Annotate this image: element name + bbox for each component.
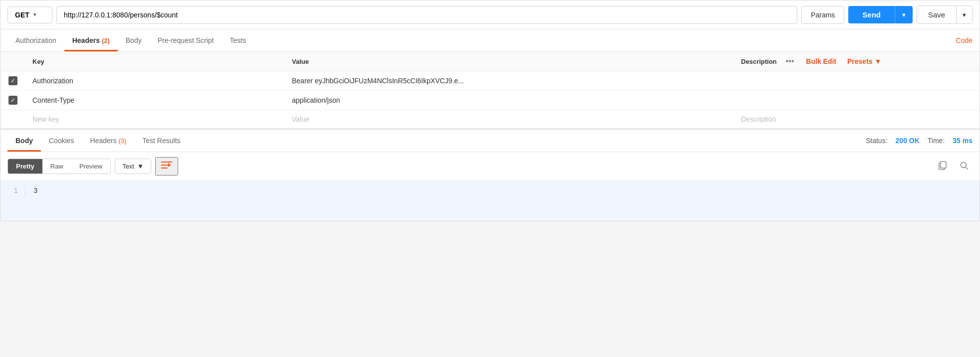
row2-checkbox[interactable]: ✓ xyxy=(8,96,17,105)
tab-pre-request-script[interactable]: Pre-request Script xyxy=(150,29,222,51)
code-area: 1 3 xyxy=(0,181,980,221)
copy-icon xyxy=(939,161,948,170)
app-container: GET ▼ Params Send ▼ Save ▼ Authorization… xyxy=(0,0,980,221)
svg-point-5 xyxy=(961,162,967,168)
presets-chevron-icon: ▼ xyxy=(875,57,882,65)
row1-key-cell[interactable]: Authorization xyxy=(25,71,285,91)
new-value-cell[interactable]: Value xyxy=(285,110,734,129)
table-row: ✓ Content-Type application/json xyxy=(0,91,980,110)
row1-checkbox[interactable]: ✓ xyxy=(8,76,17,85)
row2-desc-cell[interactable] xyxy=(734,91,980,110)
save-dropdown-button[interactable]: ▼ xyxy=(956,5,973,24)
resp-tab-body[interactable]: Body xyxy=(7,130,41,152)
line-content: 3 xyxy=(25,186,45,196)
text-dropdown-chevron-icon: ▼ xyxy=(137,163,144,170)
new-desc-cell[interactable]: Description xyxy=(734,110,980,129)
table-row-new: New key Value Description xyxy=(0,110,980,129)
headers-section: Key Value Description ••• Bulk Edit xyxy=(0,52,980,129)
response-section: Body Cookies Headers (3) Test Results St… xyxy=(0,129,980,221)
method-label: GET xyxy=(15,11,29,19)
row2-value-cell[interactable]: application/json xyxy=(285,91,734,110)
format-tabs: Pretty Raw Preview xyxy=(7,159,111,174)
copy-button[interactable] xyxy=(935,159,952,175)
row1-desc-cell[interactable] xyxy=(734,71,980,91)
response-body-bar: Pretty Raw Preview Text ▼ xyxy=(0,152,980,181)
method-chevron-icon: ▼ xyxy=(32,12,37,17)
send-dropdown-button[interactable]: ▼ xyxy=(895,6,913,23)
resp-tab-cookies[interactable]: Cookies xyxy=(41,130,82,152)
send-button[interactable]: Send xyxy=(848,6,895,23)
save-btn-group: Save ▼ xyxy=(917,5,973,24)
value-col-header: Value xyxy=(285,52,734,71)
row2-key-cell[interactable]: Content-Type xyxy=(25,91,285,110)
code-line: 1 3 xyxy=(0,186,980,196)
code-link[interactable]: Code xyxy=(956,29,973,51)
tab-headers[interactable]: Headers (2) xyxy=(64,29,118,51)
row2-checkbox-cell: ✓ xyxy=(0,91,25,110)
response-tabs-bar: Body Cookies Headers (3) Test Results St… xyxy=(0,130,980,152)
params-button[interactable]: Params xyxy=(801,6,844,24)
response-status: Status: 200 OK Time: 35 ms xyxy=(866,137,973,145)
headers-table: Key Value Description ••• Bulk Edit xyxy=(0,52,980,129)
resp-tab-test-results[interactable]: Test Results xyxy=(134,130,188,152)
row1-checkbox-cell: ✓ xyxy=(0,71,25,91)
save-button[interactable]: Save xyxy=(917,5,956,24)
resp-tab-headers[interactable]: Headers (3) xyxy=(82,130,135,152)
status-value: 200 OK xyxy=(896,137,920,145)
url-input[interactable] xyxy=(56,6,797,24)
svg-line-6 xyxy=(966,167,969,170)
key-col-header: Key xyxy=(25,52,285,71)
tab-tests[interactable]: Tests xyxy=(222,29,254,51)
time-label: Time: xyxy=(928,137,945,145)
search-button[interactable] xyxy=(956,159,973,175)
fmt-tab-preview[interactable]: Preview xyxy=(71,159,110,174)
table-row: ✓ Authorization Bearer eyJhbGciOiJFUzM4N… xyxy=(0,71,980,91)
svg-rect-4 xyxy=(941,162,946,168)
line-number: 1 xyxy=(0,186,25,196)
table-actions: ••• Bulk Edit Presets ▼ xyxy=(782,57,885,66)
checkbox-col-header xyxy=(0,52,25,71)
tab-body[interactable]: Body xyxy=(118,29,150,51)
wrap-icon xyxy=(161,161,172,170)
new-key-cell[interactable]: New key xyxy=(25,110,285,129)
method-selector[interactable]: GET ▼ xyxy=(7,6,52,23)
row1-value-cell[interactable]: Bearer eyJhbGciOiJFUzM4NClsInR5cCI6IkpXV… xyxy=(285,71,734,91)
text-dropdown[interactable]: Text ▼ xyxy=(115,159,151,174)
more-options-icon[interactable]: ••• xyxy=(782,57,798,66)
body-actions xyxy=(935,159,973,175)
request-tabs-bar: Authorization Headers (2) Body Pre-reque… xyxy=(0,29,980,52)
fmt-tab-raw[interactable]: Raw xyxy=(42,159,71,174)
search-icon xyxy=(960,161,969,170)
send-btn-group: Send ▼ xyxy=(848,6,913,23)
tab-authorization[interactable]: Authorization xyxy=(7,29,64,51)
url-bar: GET ▼ Params Send ▼ Save ▼ xyxy=(0,0,980,29)
presets-button[interactable]: Presets ▼ xyxy=(844,57,884,65)
wrap-button[interactable] xyxy=(155,157,178,176)
desc-col-header: Description ••• Bulk Edit Presets ▼ xyxy=(734,52,980,71)
status-label: Status: xyxy=(866,137,888,145)
fmt-tab-pretty[interactable]: Pretty xyxy=(8,159,42,174)
time-value: 35 ms xyxy=(953,137,973,145)
bulk-edit-button[interactable]: Bulk Edit xyxy=(802,57,840,65)
